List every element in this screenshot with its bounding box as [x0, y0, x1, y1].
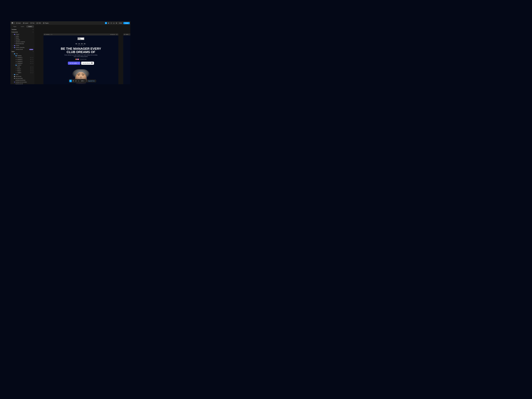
style-meta: 48 / 1.2	[30, 59, 33, 60]
frame-width: 1400	[50, 34, 52, 35]
tree-color-text-secondary[interactable]: text-secondary	[11, 77, 34, 79]
add-breakpoint-button[interactable]: +	[116, 34, 117, 35]
section-components[interactable]: Components +	[10, 31, 34, 33]
avatar-icon	[77, 58, 79, 60]
tree-color-bg-alt[interactable]: background-alt	[11, 83, 34, 84]
tree-folder-framer-university[interactable]: ▾ Framer University	[11, 47, 34, 48]
settings-button[interactable]	[110, 22, 112, 24]
tree-folder-framer[interactable]: ▸ Framer	[11, 45, 34, 47]
logo-menu[interactable]: ▾	[11, 22, 15, 24]
frame-header-desktop[interactable]: Desktop 1400 Breakpoint +	[44, 33, 118, 35]
plus-icon[interactable]: +	[33, 29, 33, 30]
styles-tree: ▾ Text ▾ Heading H1Heading 162 / 1.0 H2H…	[10, 53, 34, 84]
insert-button[interactable]: Insert	[15, 22, 22, 24]
layout-button[interactable]: Layout	[22, 22, 29, 24]
component-icon	[14, 49, 15, 50]
tree-color-bg-secondary[interactable]: background-secondary	[11, 81, 34, 83]
frame-header-tablet[interactable]: Tablet	[123, 33, 130, 35]
sidebar-tabs: Pages Layers Assets	[10, 25, 34, 28]
tree-color-text-primary[interactable]: text-primary	[11, 76, 34, 77]
countdown-seconds: 00	[84, 43, 85, 44]
invite-button[interactable]: Invite	[118, 22, 123, 24]
tab-assets[interactable]: Assets	[26, 25, 34, 28]
tree-style-body2[interactable]: PBody 216 / 1.2	[11, 68, 34, 70]
folder-icon	[14, 47, 15, 48]
play-icon	[44, 34, 45, 35]
update-badge[interactable]: Update	[29, 49, 33, 50]
tree-component-randomnumber[interactable]: RandomNumber	[11, 43, 34, 45]
plugins-label: Plugins	[45, 23, 49, 24]
section-styles[interactable]: Styles +	[10, 50, 34, 53]
plus-icon[interactable]: +	[33, 51, 33, 52]
countdown-days: 85	[76, 43, 77, 44]
floating-toolbar: 100% ▾ Upgrade Now	[69, 79, 96, 83]
plugins-button[interactable]: Plugins	[42, 22, 50, 24]
tree-label: text-primary	[16, 76, 21, 77]
tree-folder-content[interactable]: ▾ Content	[11, 64, 34, 66]
component-icon	[14, 43, 15, 44]
globe-button[interactable]	[108, 22, 110, 24]
tree-label: background-secondary	[16, 82, 27, 83]
cms-button[interactable]: CMS	[36, 22, 42, 24]
tree-style-h1[interactable]: H1Heading 162 / 1.0	[11, 57, 34, 58]
tab-pages[interactable]: Pages	[11, 25, 19, 28]
color-swatch-icon	[14, 83, 15, 84]
text-icon	[30, 22, 32, 24]
component-icon	[14, 39, 15, 40]
cursor-tool[interactable]	[69, 80, 72, 82]
zoom-control[interactable]: 100% ▾	[80, 80, 86, 82]
tree-style-h3[interactable]: H3Heading 334 / 1.2	[11, 60, 34, 62]
main-area: Pages Layers Assets Templates + Componen…	[10, 25, 130, 84]
frame-label: Desktop	[46, 34, 50, 35]
play-icon	[116, 23, 117, 24]
hand-tool[interactable]	[72, 80, 75, 82]
section-templates[interactable]: Templates +	[10, 28, 34, 31]
tree-component-button-cap[interactable]: Button	[11, 37, 34, 39]
tree-component-question-container[interactable]: question-container	[11, 41, 34, 43]
tree-color-bg-primary[interactable]: background-primary	[11, 79, 34, 81]
tree-component-button[interactable]: button	[11, 35, 34, 37]
upgrade-button[interactable]: Upgrade Now	[86, 80, 96, 82]
frame-tablet[interactable]	[123, 35, 130, 84]
play-icon	[124, 34, 125, 35]
svg-rect-6	[43, 23, 44, 23]
chevron-down-icon: ▾	[14, 23, 14, 24]
tab-layers[interactable]: Layers	[19, 25, 26, 28]
heading-tag-icon: H4	[16, 63, 17, 64]
tree-label: Smooth Scroll	[16, 49, 23, 50]
tree-label: Heading 4	[17, 63, 23, 64]
comment-tool[interactable]	[75, 80, 77, 82]
folder-icon	[14, 45, 15, 46]
user-avatar[interactable]: Mi	[105, 22, 107, 24]
tree-folder-heading[interactable]: ▾ Heading	[11, 55, 34, 57]
app-window: ▾ Insert Layout Text CMS Plugins Mi	[10, 21, 130, 84]
p-tag-icon: P	[16, 66, 17, 68]
tree-style-h2[interactable]: H2Heading 248 / 1.2	[11, 58, 34, 60]
tree-label: Color	[16, 74, 18, 75]
frame-desktop[interactable]: THIRD LEAGUE 85D 14H 29M 00S until launc…	[44, 35, 118, 84]
tree-folder-color[interactable]: ▾ Color	[11, 74, 34, 76]
color-swatch-icon	[14, 78, 15, 79]
caret-icon: ▸	[13, 45, 13, 46]
join-discord-button[interactable]: Join the Discord	[81, 62, 94, 65]
analytics-button[interactable]	[113, 22, 115, 24]
tree-folder-text[interactable]: ▾ Text	[11, 53, 34, 55]
plus-icon[interactable]: +	[33, 32, 33, 33]
folder-icon	[14, 53, 15, 54]
tree-folder-project[interactable]: ▾ Project	[11, 33, 34, 35]
breakpoint-label: Breakpoint	[110, 34, 115, 35]
tree-style-body[interactable]: PBody20 / 1.2	[11, 66, 34, 68]
preview-button[interactable]	[115, 22, 118, 24]
tree-component-smooth-scroll[interactable]: Smooth Scroll Update	[11, 48, 34, 50]
tree-component-question[interactable]: question	[11, 39, 34, 41]
join-waitlist-button[interactable]: Join the waitlist	[68, 62, 80, 65]
topbar: ▾ Insert Layout Text CMS Plugins Mi	[10, 21, 130, 25]
tree-style-h4[interactable]: H4Heading 426 / 1.2	[11, 62, 34, 64]
theme-tool[interactable]	[77, 80, 80, 82]
publish-button[interactable]: Publish	[123, 22, 130, 24]
canvas[interactable]: Desktop 1400 Breakpoint + THIRD LEAGUE 8…	[35, 25, 130, 84]
tree-style-caption[interactable]: PCaption12 / 1.2	[11, 72, 34, 74]
countdown-hours: 14	[78, 43, 80, 44]
text-button[interactable]: Text	[30, 22, 35, 24]
tree-style-body3[interactable]: PBody 314 / 1.2	[11, 70, 34, 72]
